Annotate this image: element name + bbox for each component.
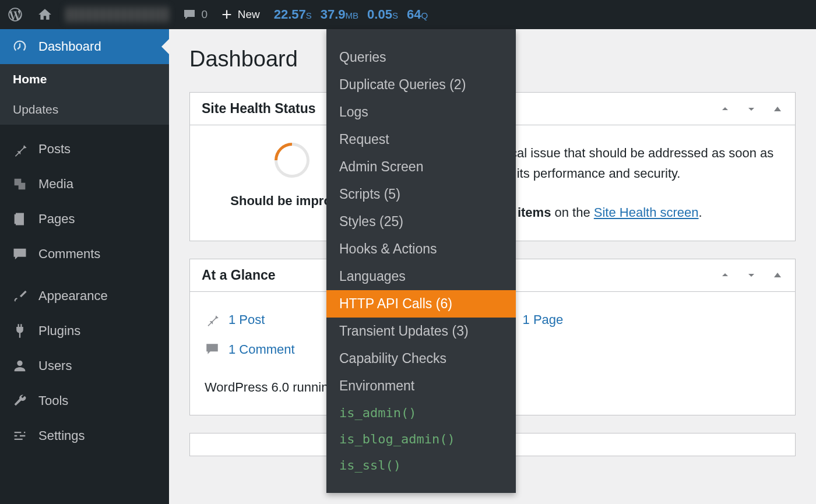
glance-pages[interactable]: 1 Page [499,309,758,330]
admin-bar: ████████████ 0 + New 22.57S 37.9MB 0.05S… [0,0,816,29]
sliders-icon [12,428,28,444]
qm-item-15[interactable]: is_ssl() [326,452,516,478]
qm-item-14[interactable]: is_blog_admin() [326,426,516,452]
comment-count: 0 [202,8,208,21]
qm-item-8[interactable]: Languages [326,263,516,290]
sidebar-item-comments[interactable]: Comments [0,237,169,272]
wrench-icon [12,393,28,409]
qm-item-9[interactable]: HTTP API Calls (6) [326,290,516,318]
media-icon [12,176,28,192]
chevron-up-icon[interactable] [719,269,731,281]
glance-heading: At a Glance [202,267,276,283]
brush-icon [12,288,28,304]
sidebar-item-users[interactable]: Users [0,348,169,383]
qm-dropdown: QueriesDuplicate Queries (2)LogsRequestA… [326,29,516,493]
sidebar-label: Posts [38,142,71,157]
glance-link[interactable]: 1 Post [228,309,265,330]
sidebar-item-plugins[interactable]: Plugins [0,313,169,348]
sidebar-label: Tools [38,393,68,408]
chevron-up-icon[interactable] [719,103,731,115]
triangle-up-icon[interactable] [772,269,783,281]
sidebar-item-appearance[interactable]: Appearance [0,279,169,313]
new-label: New [238,8,260,21]
qm-item-12[interactable]: Environment [326,372,516,400]
adminbar-comments[interactable]: 0 [175,0,215,29]
sidebar-label: Pages [38,212,75,227]
site-name[interactable]: ████████████ [59,0,175,29]
home-link[interactable] [30,0,59,29]
submenu-updates[interactable]: Updates [0,94,169,125]
sidebar-item-settings[interactable]: Settings [0,418,169,453]
submenu-home[interactable]: Home [0,64,169,94]
qm-item-7[interactable]: Hooks & Actions [326,235,516,263]
sidebar-label: Appearance [38,288,108,304]
glance-link[interactable]: 1 Comment [228,339,295,360]
qm-item-10[interactable]: Transient Updates (3) [326,318,516,345]
comment-icon [12,246,28,262]
sidebar-item-dashboard[interactable]: Dashboard [0,29,169,64]
plug-icon [12,323,28,339]
sidebar-item-media[interactable]: Media [0,167,169,202]
home-icon [37,7,52,22]
sidebar-label: Settings [38,428,85,443]
dashboard-icon [12,38,28,55]
qm-item-1[interactable]: Duplicate Queries (2) [326,71,516,98]
user-icon [12,358,28,374]
comment-icon [205,341,220,357]
sidebar-label: Users [38,358,72,373]
triangle-up-icon[interactable] [772,103,783,115]
sidebar-item-tools[interactable]: Tools [0,383,169,418]
page-icon [12,211,28,227]
pin-icon [12,141,28,157]
qm-item-11[interactable]: Capability Checks [326,345,516,372]
sidebar-label: Comments [38,246,100,262]
qm-item-13[interactable]: is_admin() [326,400,516,426]
qm-item-4[interactable]: Admin Screen [326,153,516,181]
comment-icon [182,8,197,22]
qm-item-3[interactable]: Request [326,126,516,153]
wordpress-icon [7,6,23,23]
sidebar-label: Dashboard [38,39,101,54]
qm-item-0[interactable]: Queries [326,44,516,71]
wp-logo[interactable] [0,0,30,29]
qm-item-5[interactable]: Scripts (5) [326,181,516,208]
chevron-down-icon[interactable] [745,103,757,115]
sidebar-label: Media [38,177,73,192]
sidebar-item-pages[interactable]: Pages [0,202,169,237]
dashboard-submenu: Home Updates [0,64,169,125]
site-health-heading: Site Health Status [202,101,316,117]
pin-icon [205,312,220,327]
sidebar-label: Plugins [38,323,80,339]
chevron-down-icon[interactable] [745,269,757,281]
site-health-link[interactable]: Site Health screen [594,205,699,220]
admin-sidebar: Dashboard Home Updates Posts Media Pages… [0,29,169,504]
qm-item-2[interactable]: Logs [326,98,516,126]
adminbar-new[interactable]: + New [214,0,267,29]
glance-link[interactable]: 1 Page [523,309,564,330]
health-gauge-icon [268,136,317,185]
qm-item-6[interactable]: Styles (25) [326,208,516,235]
qm-stats[interactable]: 22.57S 37.9MB 0.05S 64Q [267,0,435,29]
plus-icon: + [221,5,232,24]
sidebar-item-posts[interactable]: Posts [0,132,169,167]
